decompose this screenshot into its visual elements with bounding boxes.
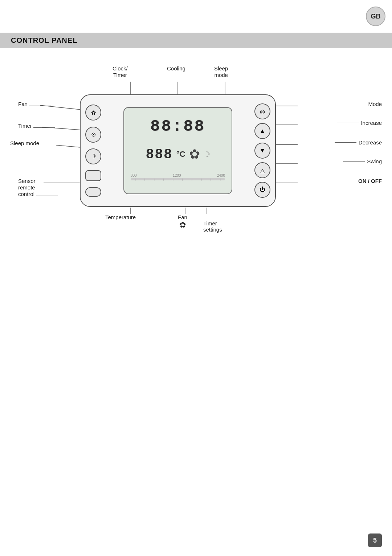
mode-label: Mode (344, 101, 382, 107)
clock-timer-label: Clock/ Timer (113, 65, 128, 78)
lcd-celsius: °C (176, 150, 185, 159)
lcd-temp-row: 888 °C ✿ ☽ (146, 147, 210, 162)
cooling-label: Cooling (167, 65, 185, 72)
lcd-time: 88:88 (150, 117, 205, 135)
swing-button[interactable]: △ (254, 162, 270, 178)
increase-connector-line (337, 123, 359, 123)
decrease-button[interactable]: ▼ (254, 143, 270, 159)
decrease-label: Decrease (335, 139, 382, 146)
temperature-label: Temperature (105, 214, 136, 220)
sensor-remote-label: Sensor remote control (18, 178, 58, 197)
on-off-button[interactable]: ⏻ (254, 182, 270, 198)
timer-settings-label: Timer settings (203, 214, 222, 233)
lcd-display: 88:88 888 °C ✿ ☽ 000 1200 2400 (123, 107, 232, 194)
lcd-fan-icon: ✿ (189, 147, 200, 162)
swing-connector-line (343, 161, 365, 162)
fan-label: Fan (18, 101, 51, 107)
sleep-connector-line (41, 145, 63, 146)
fan-button[interactable]: ✿ (85, 105, 101, 120)
mode-button[interactable]: ◎ (254, 103, 270, 119)
timer-icon: ⊙ (91, 131, 96, 138)
sleep-mode-button[interactable]: ☽ (85, 148, 101, 164)
page-number: 5 (368, 533, 382, 547)
power-icon: ⏻ (260, 187, 265, 193)
mode-connector-line (344, 104, 366, 105)
decrease-connector-line (335, 142, 356, 143)
extra-left-button[interactable] (85, 170, 101, 181)
sleep-mode-label: Sleep mode (10, 140, 63, 147)
fan-label-bottom: Fan ✿ (178, 214, 187, 230)
fan-icon: ✿ (91, 109, 96, 116)
swing-icon: △ (260, 167, 265, 174)
on-off-label: ON / OFF (334, 178, 382, 184)
section-header: CONTROL PANEL (0, 33, 392, 48)
increase-label: Increase (337, 120, 382, 126)
timer-label: Timer (18, 123, 55, 129)
display-screen: 88:88 888 °C ✿ ☽ 000 1200 2400 (106, 95, 250, 206)
timer-connector-line (33, 127, 55, 128)
moon-icon: ☽ (91, 153, 96, 160)
timer-bar: 000 1200 2400 | | | | | | | (131, 173, 225, 184)
panel-box: ✿ ⊙ ☽ 88:88 888 °C (80, 94, 276, 207)
swing-label: Swing (343, 158, 382, 164)
sensor-remote-button[interactable] (85, 187, 101, 197)
down-icon: ▼ (260, 147, 265, 154)
up-icon: ▲ (260, 128, 265, 134)
sensor-connector-line (36, 196, 58, 196)
sleep-mode-top-label: Sleep mode (214, 65, 228, 78)
timer-button[interactable]: ⊙ (85, 127, 101, 143)
mode-icon: ◎ (260, 108, 265, 115)
lcd-moon-icon: ☽ (204, 150, 210, 159)
fan-icon-bottom: ✿ (178, 220, 187, 230)
timer-bar-track: | | | | | | | | | | (131, 178, 225, 180)
lcd-temperature: 888 (146, 147, 172, 162)
gb-badge: GB (366, 7, 385, 26)
left-buttons: ✿ ⊙ ☽ (81, 95, 106, 206)
right-buttons: ◎ ▲ ▼ △ ⏻ (250, 95, 275, 206)
increase-button[interactable]: ▲ (254, 123, 270, 139)
fan-connector-line (29, 106, 51, 106)
on-off-connector-line (334, 181, 356, 181)
